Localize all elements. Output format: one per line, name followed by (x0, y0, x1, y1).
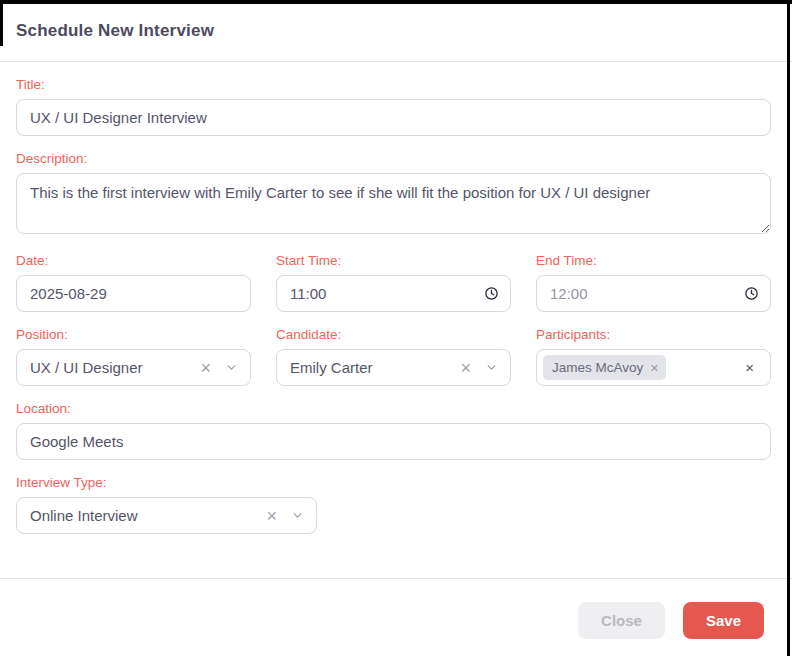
end-time-input[interactable] (536, 275, 771, 312)
clear-icon[interactable]: × (741, 360, 758, 375)
end-time-field-group: End Time: (536, 238, 771, 312)
start-time-label: Start Time: (276, 253, 511, 268)
description-label: Description: (16, 151, 771, 166)
clear-icon[interactable]: × (262, 507, 281, 525)
title-label: Title: (16, 77, 771, 92)
participant-tag: James McAvoy × (543, 355, 666, 380)
modal-body: Title: Description: This is the first in… (0, 62, 792, 578)
participants-label: Participants: (536, 327, 771, 342)
position-candidate-participants-row: Position: UX / UI Designer × Candidate: … (16, 312, 771, 386)
interview-type-label: Interview Type: (16, 475, 771, 490)
close-button[interactable]: Close (578, 602, 665, 639)
title-input[interactable] (16, 99, 771, 136)
date-input[interactable] (16, 275, 251, 312)
candidate-field-group: Candidate: Emily Carter × (276, 312, 511, 386)
schedule-interview-modal: Schedule New Interview Title: Descriptio… (0, 0, 792, 670)
clear-icon[interactable]: × (456, 359, 475, 377)
participants-multiselect[interactable]: James McAvoy × × (536, 349, 771, 386)
candidate-label: Candidate: (276, 327, 511, 342)
modal-title: Schedule New Interview (16, 21, 214, 41)
clock-icon[interactable] (744, 286, 759, 301)
participant-tag-label: James McAvoy (552, 360, 643, 375)
date-label: Date: (16, 253, 251, 268)
interview-type-select-value: Online Interview (30, 507, 262, 524)
description-textarea[interactable]: This is the first interview with Emily C… (16, 173, 771, 234)
candidate-select-value: Emily Carter (290, 359, 456, 376)
location-label: Location: (16, 401, 771, 416)
screen-edge-right (787, 0, 790, 656)
save-button[interactable]: Save (683, 602, 764, 639)
date-field-group: Date: (16, 238, 251, 312)
start-time-field-group: Start Time: (276, 238, 511, 312)
location-input[interactable] (16, 423, 771, 460)
position-label: Position: (16, 327, 251, 342)
candidate-select[interactable]: Emily Carter × (276, 349, 511, 386)
modal-footer: Close Save (0, 578, 792, 670)
position-select[interactable]: UX / UI Designer × (16, 349, 251, 386)
modal-header: Schedule New Interview (0, 0, 792, 62)
screen-edge-left (0, 0, 3, 46)
chevron-down-icon[interactable] (291, 509, 304, 522)
start-time-input[interactable] (276, 275, 511, 312)
interview-type-select[interactable]: Online Interview × (16, 497, 317, 534)
tag-remove-icon[interactable]: × (650, 361, 658, 375)
screen-edge-top (0, 0, 792, 4)
end-time-label: End Time: (536, 253, 771, 268)
clear-icon[interactable]: × (196, 359, 215, 377)
clock-icon[interactable] (484, 286, 499, 301)
position-select-value: UX / UI Designer (30, 359, 196, 376)
date-time-row: Date: Start Time: En (16, 238, 771, 312)
position-field-group: Position: UX / UI Designer × (16, 312, 251, 386)
chevron-down-icon[interactable] (485, 361, 498, 374)
chevron-down-icon[interactable] (225, 361, 238, 374)
participants-field-group: Participants: James McAvoy × × (536, 312, 771, 386)
